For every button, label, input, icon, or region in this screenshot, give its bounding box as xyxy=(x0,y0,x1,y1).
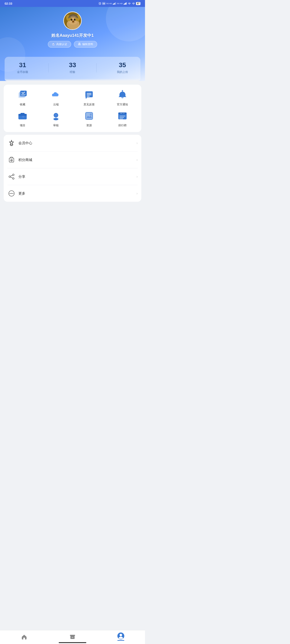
more-icon-wrapper xyxy=(7,189,16,198)
menu-more[interactable]: 更多 › xyxy=(7,185,138,202)
stat-uploads-number: 35 xyxy=(119,62,126,69)
svg-line-68 xyxy=(11,177,13,178)
menu-points[interactable]: 积分商城 › xyxy=(7,152,138,168)
svg-rect-8 xyxy=(114,3,115,4)
svg-point-25 xyxy=(72,21,74,22)
vip-text: 会员中心 xyxy=(19,141,136,145)
svg-rect-44 xyxy=(21,113,25,114)
svg-rect-13 xyxy=(125,3,126,4)
svg-rect-38 xyxy=(121,97,124,98)
feature-cloud[interactable]: 云端 xyxy=(39,89,73,106)
feature-ranking[interactable]: 排行榜 xyxy=(106,110,139,128)
feature-audit[interactable]: 审核 xyxy=(39,110,73,128)
signal-bars-1 xyxy=(113,2,116,4)
verify-button[interactable]: 高级认证 xyxy=(48,41,71,48)
ranking-icon xyxy=(117,110,128,122)
status-bar: 02:33 SIM 5G HD 5G HD xyxy=(0,0,145,7)
svg-point-50 xyxy=(55,114,57,116)
svg-rect-9 xyxy=(115,2,116,4)
menu-vip[interactable]: 会员中心 › xyxy=(7,135,138,152)
status-time: 02:33 xyxy=(5,2,12,5)
stat-uploads-label: 我的上传 xyxy=(117,70,128,74)
svg-rect-60 xyxy=(120,113,122,114)
status-icons: SIM 5G HD 5G HD 87 xyxy=(99,2,140,5)
svg-point-71 xyxy=(11,193,12,194)
svg-point-21 xyxy=(71,19,73,21)
stat-uploads: 35 我的上传 xyxy=(117,62,128,74)
svg-point-66 xyxy=(13,178,14,180)
stat-divider-1 xyxy=(48,63,49,72)
feature-collect[interactable]: 收藏 xyxy=(6,89,39,106)
stat-coins: 31 金币余额 xyxy=(17,62,28,74)
share-text: 分享 xyxy=(19,174,136,179)
more-text: 更多 xyxy=(19,191,136,196)
svg-point-64 xyxy=(13,174,14,176)
svg-point-54 xyxy=(90,114,92,116)
feature-feedback[interactable]: 意见反馈 xyxy=(73,89,106,106)
project-label: 项目 xyxy=(20,124,25,128)
ranking-label: 排行榜 xyxy=(118,124,127,128)
wifi-icon-2 xyxy=(132,2,135,5)
signal-5ghd-1: 5G HD xyxy=(106,2,112,4)
stats-card: 31 金币余额 33 经验 35 我的上传 xyxy=(5,57,140,79)
points-icon-wrapper xyxy=(7,156,16,164)
edit-profile-button[interactable]: 编辑资料 xyxy=(74,41,97,48)
svg-line-3 xyxy=(101,2,101,3)
more-arrow: › xyxy=(136,191,138,196)
feature-resource[interactable]: 资源 xyxy=(73,110,106,128)
verify-icon xyxy=(52,43,55,46)
menu-card: 会员中心 › 积分商城 › xyxy=(4,135,141,202)
verify-label: 高级认证 xyxy=(56,42,67,46)
edit-icon xyxy=(78,43,81,46)
project-icon xyxy=(17,110,28,122)
feature-project[interactable]: 项目 xyxy=(6,110,39,128)
resource-label: 资源 xyxy=(86,124,92,128)
vip-icon xyxy=(8,140,15,146)
main-content: 收藏 云端 xyxy=(0,81,145,226)
cloud-label: 云端 xyxy=(53,102,59,106)
svg-rect-28 xyxy=(79,43,80,43)
svg-point-41 xyxy=(122,90,123,91)
svg-point-70 xyxy=(10,193,11,194)
username: 姓名Aaayu141开发中1 xyxy=(51,33,94,38)
alarm-icon xyxy=(99,2,101,5)
profile-center: 姓名Aaayu141开发中1 高级认证 编辑资料 xyxy=(0,12,145,57)
points-text: 积分商城 xyxy=(19,158,136,162)
notice-icon xyxy=(117,89,128,101)
vip-arrow: › xyxy=(136,141,138,145)
stat-coins-label: 金币余额 xyxy=(17,70,28,74)
svg-rect-39 xyxy=(122,98,123,98)
svg-point-72 xyxy=(13,193,13,194)
share-arrow: › xyxy=(136,174,138,179)
svg-rect-52 xyxy=(86,112,93,119)
svg-rect-58 xyxy=(119,117,124,118)
more-icon xyxy=(8,190,15,197)
svg-point-65 xyxy=(9,176,11,178)
svg-point-23 xyxy=(72,19,72,19)
audit-label: 审核 xyxy=(53,124,59,128)
svg-rect-10 xyxy=(116,2,116,4)
svg-rect-14 xyxy=(126,2,126,4)
edit-label: 编辑资料 xyxy=(82,42,93,46)
share-icon xyxy=(8,174,15,180)
svg-text:SIM: SIM xyxy=(103,3,105,4)
svg-rect-12 xyxy=(124,4,125,4)
svg-rect-59 xyxy=(119,118,123,119)
points-arrow: › xyxy=(136,158,138,162)
menu-share[interactable]: 分享 › xyxy=(7,168,138,185)
share-icon-wrapper xyxy=(7,172,16,181)
avatar-dog-svg xyxy=(64,12,81,29)
svg-rect-15 xyxy=(126,2,127,4)
svg-rect-7 xyxy=(113,4,114,4)
battery-level: 87 xyxy=(136,2,140,5)
stat-exp-label: 经验 xyxy=(70,70,75,74)
svg-rect-62 xyxy=(9,158,14,162)
vip-icon-wrapper xyxy=(7,139,16,147)
svg-line-2 xyxy=(99,2,99,3)
profile-header: 姓名Aaayu141开发中1 高级认证 编辑资料 31 xyxy=(0,7,145,81)
feature-notice[interactable]: 官方通知 xyxy=(106,89,139,106)
feedback-label: 意见反馈 xyxy=(84,102,95,106)
resource-icon xyxy=(83,110,95,122)
signal-bars-2 xyxy=(124,2,127,4)
svg-rect-61 xyxy=(123,113,125,114)
